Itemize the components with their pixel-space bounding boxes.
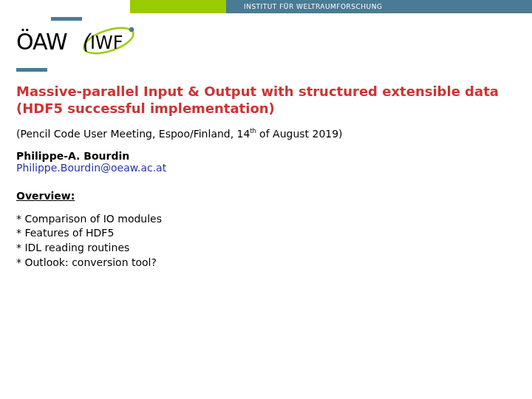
logo-accent-bottom [16,68,47,72]
logo-area: ÖAW ( IWF [16,19,142,64]
overview-item: * Comparison of IO modules [16,212,516,227]
overview-item: * Features of HDF5 [16,226,516,241]
svg-text:IWF: IWF [90,33,123,53]
meeting-prefix: (Pencil Code User Meeting, Espoo/Finland… [16,128,250,140]
meeting-suffix: of August 2019) [256,128,343,140]
meeting-ordinal: th [250,128,256,134]
content-area: Massive-parallel Input & Output with str… [16,83,516,270]
oaw-logo-text: ÖAW [16,29,67,55]
title-line-2: (HDF5 successful implementation) [16,100,516,117]
author-email: Philippe.Bourdin@oeaw.ac.at [16,162,516,174]
slide: INSTITUT FÜR WELTRAUMFORSCHUNG ÖAW ( IWF… [0,0,532,399]
logo-accent-top [51,17,82,21]
overview-heading: Overview: [16,190,516,202]
title-line-1: Massive-parallel Input & Output with str… [16,83,516,100]
svg-point-1 [129,27,134,32]
header-accent-green [130,0,226,13]
header-bar: INSTITUT FÜR WELTRAUMFORSCHUNG [0,0,532,13]
overview-items: * Comparison of IO modules * Features of… [16,212,516,270]
author-name: Philippe-A. Bourdin [16,150,516,162]
overview-item: * Outlook: conversion tool? [16,256,516,270]
slide-title: Massive-parallel Input & Output with str… [16,83,516,117]
meeting-info: (Pencil Code User Meeting, Espoo/Finland… [16,128,516,140]
header-institute: INSTITUT FÜR WELTRAUMFORSCHUNG [226,0,532,13]
overview-item: * IDL reading routines [16,241,516,256]
iwf-logo: ( IWF [75,22,142,59]
